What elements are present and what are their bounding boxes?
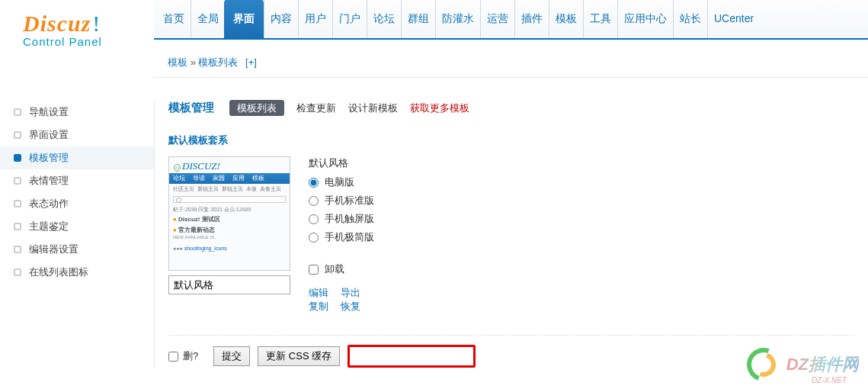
template-thumbnail: QDISCUZ! 论坛导读家园应用模板 社区主页新锐主页新锐主页本版美食主页 帖… [168,156,290,271]
options-title: 默认风格 [309,156,374,170]
tabs-heading: 模板管理 [168,101,214,115]
topnav-群组[interactable]: 群组 [401,0,435,38]
style-radio-手机标准版[interactable] [309,196,319,206]
sidebar-item-表情管理[interactable]: 表情管理 [14,169,154,192]
topnav-工具[interactable]: 工具 [583,0,617,38]
highlight-box [348,345,476,368]
delete-label: 删? [183,349,198,363]
uninstall-checkbox[interactable] [309,265,319,275]
bullet-icon [14,154,21,162]
bullet-icon [14,200,21,207]
style-label: 手机触屏版 [325,211,374,227]
template-name-input[interactable] [168,275,290,294]
watermark-icon [747,348,780,381]
restore-link[interactable]: 恢复 [341,301,360,312]
bullet-icon [14,223,21,230]
sidebar-item-在线列表图标[interactable]: 在线列表图标 [14,261,154,284]
topnav-应用中心[interactable]: 应用中心 [617,0,673,38]
crumb-page[interactable]: 模板列表 [198,56,238,68]
topnav-站长[interactable]: 站长 [673,0,707,38]
bullet-icon [14,268,21,276]
section-title: 默认模板套系 [168,133,854,147]
tab-获取更多模板[interactable]: 获取更多模板 [410,102,469,114]
update-css-button[interactable]: 更新 CSS 缓存 [258,346,340,366]
tab-检查更新[interactable]: 检查更新 [296,102,336,114]
export-link[interactable]: 导出 [341,287,360,298]
logo: Discuz! Control Panel [0,0,154,48]
topnav-模板[interactable]: 模板 [549,0,583,38]
topnav-全局[interactable]: 全局 [191,0,225,38]
sidebar-item-界面设置[interactable]: 界面设置 [14,124,154,146]
style-radio-手机极简版[interactable] [309,233,319,243]
sidebar-item-模板管理[interactable]: 模板管理 [0,146,154,169]
topnav-用户[interactable]: 用户 [298,0,332,38]
watermark-sub: DZ-X.NET [812,376,847,384]
sidebar: 导航设置界面设置模板管理表情管理表态动作主题鉴定编辑器设置在线列表图标 [0,101,154,368]
bullet-icon [14,108,21,116]
breadcrumb: 模板 » 模板列表 [+] [154,48,868,78]
copy-link[interactable]: 复制 [309,301,328,312]
bullet-icon [14,246,21,253]
tabs: 模板管理 模板列表检查更新设计新模板获取更多模板 [168,101,854,115]
tab-设计新模板[interactable]: 设计新模板 [348,102,398,114]
uninstall-label: 卸载 [325,262,344,277]
bullet-icon [14,177,21,185]
sidebar-item-主题鉴定[interactable]: 主题鉴定 [14,215,154,238]
style-label: 手机标准版 [325,193,374,208]
edit-link[interactable]: 编辑 [309,287,328,298]
topnav-论坛[interactable]: 论坛 [367,0,401,38]
topnav-插件[interactable]: 插件 [514,0,549,38]
topnav-防灌水[interactable]: 防灌水 [435,0,480,38]
tab-模板列表[interactable]: 模板列表 [229,100,284,116]
topnav-界面[interactable]: 界面 [224,0,264,38]
topnav-内容[interactable]: 内容 [264,0,298,38]
crumb-root[interactable]: 模板 [168,56,187,68]
crumb-plus[interactable]: [+] [245,56,257,68]
sidebar-item-编辑器设置[interactable]: 编辑器设置 [14,238,154,261]
topnav-运营[interactable]: 运营 [480,0,514,38]
topnav-门户[interactable]: 门户 [332,0,367,38]
bullet-icon [14,131,21,139]
style-label: 电脑版 [325,175,354,190]
delete-checkbox[interactable] [168,352,178,362]
topnav-首页[interactable]: 首页 [154,0,191,38]
sidebar-item-表态动作[interactable]: 表态动作 [14,192,154,215]
topnav-UCenter[interactable]: UCenter [707,0,760,38]
style-label: 手机极简版 [325,230,374,245]
style-radio-手机触屏版[interactable] [309,214,319,224]
style-radio-电脑版[interactable] [309,178,319,188]
top-nav: 首页全局界面内容用户门户论坛群组防灌水运营插件模板工具应用中心站长UCenter [154,0,868,40]
submit-button[interactable]: 提交 [213,346,250,366]
sidebar-item-导航设置[interactable]: 导航设置 [14,101,154,124]
